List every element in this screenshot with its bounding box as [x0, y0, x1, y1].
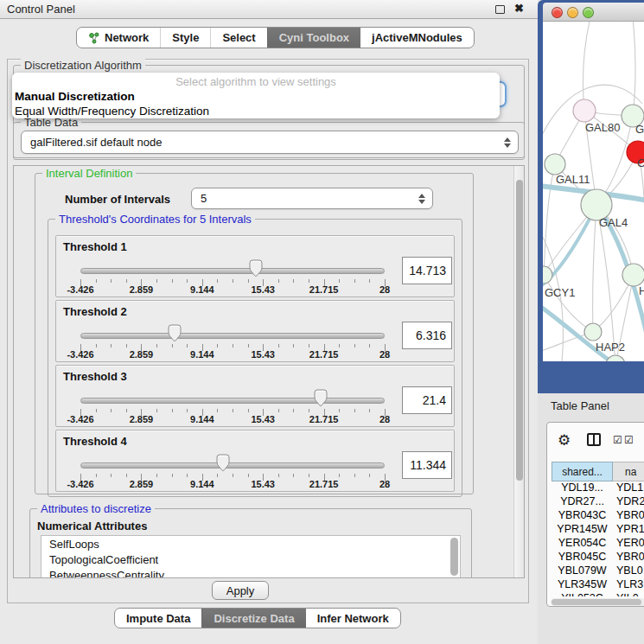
tick-label: 9.144	[190, 349, 214, 360]
table-rows: YDL19...YDL1YDR27...YDR2YBR043CYBR0YPR14…	[547, 481, 644, 596]
combobox-spinner-icon[interactable]	[418, 194, 425, 204]
attribute-item[interactable]: BetweennessCentrality	[41, 567, 460, 578]
cell-name: YER0	[616, 537, 644, 549]
table-row[interactable]: YBL079WYBL0	[547, 564, 644, 578]
cell-name: YPR1	[616, 523, 644, 535]
popup-option-equal-width-frequency-discretization[interactable]: Equal Width/Frequency Discretization	[12, 105, 500, 119]
node-label: GAL4	[599, 216, 628, 229]
network-graph[interactable]: GAL80GACGAL11GAL4GCY1HHAP2	[543, 22, 644, 361]
tab-label: Network	[105, 31, 149, 44]
tick-label: -3.426	[67, 479, 93, 489]
attribute-item[interactable]: TopologicalCoefficient	[41, 552, 460, 567]
attribute-item[interactable]: SelfLoops	[41, 536, 460, 552]
mac-minimize-button[interactable]	[567, 7, 578, 18]
table-row[interactable]: YER054CYER0	[547, 537, 644, 551]
tick-label: 9.144	[190, 479, 214, 489]
select-all-icon[interactable]: ☑	[624, 434, 634, 446]
slider-track[interactable]	[80, 462, 385, 469]
slider-thumb[interactable]	[215, 454, 231, 472]
tab-label: Infer Network	[317, 612, 389, 625]
threshold-value-field[interactable]: 11.344	[402, 451, 452, 479]
number-of-intervals-value: 5	[201, 192, 207, 205]
tab-label: Cyni Toolbox	[279, 31, 349, 44]
cell-shared-name: YIL052C	[552, 592, 613, 596]
cell-shared-name: YER054C	[552, 537, 613, 549]
numerical-attributes-list[interactable]: SelfLoopsTopologicalCoefficientBetweenne…	[41, 535, 461, 578]
scrollbar-thumb[interactable]	[516, 180, 523, 481]
number-of-intervals-label: Number of Intervals	[65, 193, 170, 206]
apply-button[interactable]: Apply	[212, 581, 269, 600]
tab-select[interactable]: Select	[210, 28, 266, 48]
mac-zoom-button[interactable]	[583, 7, 594, 18]
tab-jactivemnodules[interactable]: jActiveMNodules	[360, 28, 474, 48]
number-of-intervals-combobox[interactable]: 5	[191, 188, 433, 209]
tab-network[interactable]: Network	[77, 28, 160, 48]
network-edge[interactable]	[544, 164, 555, 275]
float-window-icon[interactable]	[495, 5, 505, 14]
tab-infer-network[interactable]: Infer Network	[306, 609, 400, 628]
slider-track[interactable]	[80, 333, 385, 339]
network-window-titlebar[interactable]	[543, 3, 644, 22]
numerical-attributes-label: Numerical Attributes	[37, 520, 147, 532]
select-columns-icon[interactable]: ☑	[613, 434, 622, 446]
tick-label: 9.144	[190, 414, 214, 424]
table-data-combobox[interactable]: galFiltered.sif default node	[21, 131, 519, 154]
tab-impute-data[interactable]: Impute Data	[115, 609, 201, 628]
vertical-scrollbar[interactable]	[513, 166, 524, 578]
cell-shared-name: YBR045C	[552, 551, 613, 563]
settings-scroll-area: Interval Definition Number of Intervals …	[13, 165, 525, 578]
table-panel-title: Table Panel	[551, 399, 609, 412]
tick-label: 21.715	[309, 414, 339, 424]
network-node-gcy1[interactable]	[543, 266, 552, 284]
table-row[interactable]: YIL052CYIL0	[547, 592, 644, 596]
tab-style[interactable]: Style	[160, 28, 210, 48]
threshold-value-field[interactable]: 21.4	[402, 386, 452, 414]
tab-discretize-data[interactable]: Discretize Data	[201, 609, 305, 628]
network-node-h[interactable]	[622, 264, 644, 286]
threshold-value-field[interactable]: 6.316	[402, 322, 452, 349]
network-node[interactable]	[606, 355, 625, 361]
combobox-spinner-icon[interactable]	[504, 137, 511, 148]
cell-name: YBL0	[616, 564, 644, 577]
slider-track[interactable]	[80, 398, 385, 404]
mac-close-button[interactable]	[552, 7, 563, 18]
network-canvas[interactable]: GAL80GACGAL11GAL4GCY1HHAP2	[543, 22, 644, 361]
table-row[interactable]: YBR045CYBR0	[547, 551, 644, 564]
table-row[interactable]: YDL19...YDL1	[547, 481, 644, 495]
network-node-gal11[interactable]	[545, 154, 565, 175]
table-row[interactable]: YBR043CYBR0	[547, 509, 644, 523]
slider-track[interactable]	[80, 268, 385, 274]
table-panel-region: Table Panel ⚙ ☑ ☑ shared...na YDL19...YD…	[538, 393, 644, 644]
panel-title: Control Panel	[7, 3, 75, 16]
gear-icon[interactable]: ⚙	[558, 431, 571, 450]
table-data-value: galFiltered.sif default node	[30, 136, 162, 149]
tab-cyni-toolbox[interactable]: Cyni Toolbox	[267, 28, 360, 48]
network-node-gal80[interactable]	[573, 99, 596, 122]
table-row[interactable]: YDR27...YDR2	[547, 495, 644, 509]
split-columns-icon[interactable]	[587, 433, 601, 446]
network-edge[interactable]	[593, 205, 596, 332]
table-row[interactable]: YPR145WYPR1	[547, 523, 644, 537]
slider-thumb[interactable]	[167, 324, 182, 342]
close-icon[interactable]: ✖	[514, 2, 524, 15]
table-data-group: Table Data galFiltered.sif default node	[13, 122, 525, 160]
node-label: HAP2	[596, 341, 625, 354]
slider-thumb[interactable]	[313, 389, 328, 407]
slider-thumb[interactable]	[248, 259, 264, 277]
horizontal-scrollbar[interactable]	[551, 598, 644, 606]
network-edge[interactable]	[638, 152, 644, 281]
popup-option-manual-discretization[interactable]: Manual Discretization	[12, 90, 500, 105]
column-header-1[interactable]: shared...	[552, 462, 613, 481]
network-node-hap2[interactable]	[584, 323, 602, 341]
table-row[interactable]: YLR345WYLR3	[547, 578, 644, 592]
threshold-value-field[interactable]: 14.713	[402, 257, 452, 284]
network-edge[interactable]	[633, 22, 635, 116]
cell-name: YDL1	[616, 481, 644, 494]
column-header-2[interactable]: na	[613, 462, 644, 481]
list-scrollbar[interactable]	[450, 538, 458, 576]
cell-shared-name: YDR27...	[552, 495, 613, 507]
network-edge[interactable]	[544, 275, 593, 332]
node-table-panel: ⚙ ☑ ☑ shared...na YDL19...YDL1YDR27...YD…	[546, 422, 644, 607]
network-edge[interactable]	[583, 22, 590, 111]
scrollbar-thumb[interactable]	[552, 599, 641, 605]
